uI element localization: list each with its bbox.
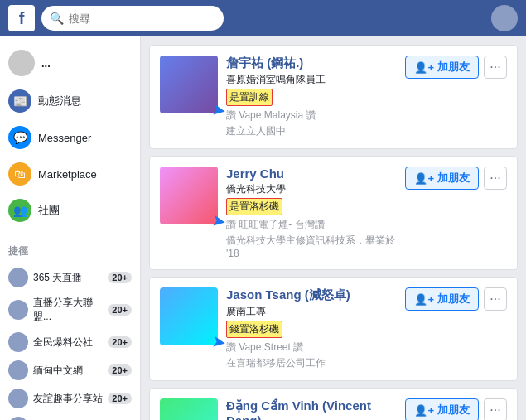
add-friend-button-p1[interactable]: 👤+ 加朋友 — [405, 56, 479, 79]
shortcut-badge-s2: 20+ — [108, 304, 132, 316]
sidebar-shortcut-s5[interactable]: 友誼趣事分享站 20+ — [0, 384, 140, 413]
messenger-icon: 💬 — [8, 126, 31, 149]
person-info-p1: 詹宇祐 (鋼祐.) 喜原婚消室鳴角隊員工 是置訓線 讚 Vape Malaysi… — [226, 56, 397, 138]
add-friend-icon-p4: 👤+ — [414, 404, 434, 417]
shortcut-badge-s3: 20+ — [108, 336, 132, 348]
sidebar-shortcut-s4[interactable]: 緬甸中文網 20+ — [0, 356, 140, 384]
add-friend-label-p3: 加朋友 — [437, 292, 470, 307]
shortcut-label-s5: 友誼趣事分享站 — [33, 392, 103, 406]
shortcut-badge-s4: 20+ — [108, 364, 132, 376]
add-friend-button-p3[interactable]: 👤+ 加朋友 — [405, 287, 479, 311]
sidebar-shortcut-s1[interactable]: 365 天直播 20+ — [0, 263, 140, 292]
profile-name: ... — [41, 57, 51, 70]
person-photo-p4 — [160, 398, 218, 420]
person-arrow-p2: ➤ — [210, 210, 228, 233]
sidebar-label-news-feed: 動態消息 — [38, 94, 81, 109]
person-info-p2: Jerry Chu 僑光科技大學 是置洛杉磯 讚 旺旺電子煙- 台灣讚 僑光科技… — [226, 167, 397, 259]
person-actions-p2: 👤+ 加朋友 ··· — [405, 167, 507, 190]
person-name-p2[interactable]: Jerry Chu — [226, 167, 397, 181]
sidebar-label-marketplace: Marketplace — [38, 168, 97, 181]
person-card-p1: ➤ 詹宇祐 (鋼祐.) 喜原婚消室鳴角隊員工 是置訓線 讚 Vape Malay… — [149, 45, 518, 149]
shortcut-label-s2: 直播分享大聯盟... — [33, 296, 108, 324]
person-name-p4[interactable]: Đặng Cẩm Vinh (Vincent Deng) — [226, 398, 397, 420]
person-highlight-p1: 是置訓線 — [226, 89, 273, 106]
shortcut-icon-s2 — [8, 300, 28, 320]
add-friend-label-p1: 加朋友 — [437, 60, 470, 75]
sidebar-shortcut-s2[interactable]: 直播分享大聯盟... 20+ — [0, 292, 140, 328]
person-card-p4: ➤ Đặng Cẩm Vinh (Vincent Deng) 主客卜網路電視擔任… — [149, 388, 518, 420]
sidebar-profile[interactable]: ... — [0, 43, 140, 83]
person-name-p3[interactable]: Jason Tsang (減怒卓) — [226, 287, 397, 303]
add-friend-button-p2[interactable]: 👤+ 加朋友 — [405, 167, 479, 190]
add-friend-label-p4: 加朋友 — [437, 403, 470, 418]
shortcut-badge-s5: 20+ — [108, 393, 132, 404]
social-icon: 👥 — [8, 199, 31, 222]
person-mutual-p2: 讚 旺旺電子煙- 台灣讚 — [226, 218, 397, 232]
shortcut-label-s3: 全民爆料公社 — [33, 336, 93, 350]
sidebar: ... 📰 動態消息 💬 Messenger 🛍 Marketplace 👥 社… — [0, 36, 141, 420]
user-avatar[interactable] — [491, 5, 518, 31]
shortcut-label-s4: 緬甸中文網 — [33, 364, 83, 378]
shortcut-badge-s1: 20+ — [108, 272, 132, 283]
search-bar[interactable]: 🔍 — [41, 6, 224, 31]
person-actions-p4: 👤+ 加朋友 ··· — [405, 398, 507, 420]
person-actions-p3: 👤+ 加朋友 ··· — [405, 287, 507, 311]
person-info-p4: Đặng Cẩm Vinh (Vincent Deng) 主客卜網路電視擔任 N… — [226, 398, 397, 420]
person-detail-p1: 喜原婚消室鳴角隊員工 — [226, 73, 397, 87]
person-arrow-p1: ➤ — [210, 99, 228, 122]
news-feed-icon: 📰 — [8, 89, 31, 113]
top-navigation: f 🔍 — [0, 0, 526, 36]
shortcuts-title: 捷徑 — [0, 239, 140, 263]
person-name-p1[interactable]: 詹宇祐 (鋼祐.) — [226, 56, 397, 71]
sidebar-label-social: 社團 — [38, 203, 60, 218]
sidebar-label-messenger: Messenger — [38, 132, 91, 144]
more-options-button-p2[interactable]: ··· — [484, 167, 507, 190]
shortcut-icon-s5 — [8, 389, 28, 408]
more-options-button-p3[interactable]: ··· — [484, 287, 507, 311]
person-mutual-p3: 讚 Vape Street 讚 — [226, 340, 397, 355]
shortcut-icon-s6 — [8, 417, 28, 420]
more-options-button-p1[interactable]: ··· — [484, 56, 507, 79]
person-mutual-p1: 讚 Vape Malaysia 讚 — [226, 109, 397, 123]
person-extra-p2: 僑光科技大學主修資訊科技系，畢業於 '18 — [226, 234, 397, 259]
sidebar-item-social[interactable]: 👥 社團 — [0, 192, 140, 229]
person-photo-p3 — [160, 287, 218, 345]
marketplace-icon: 🛍 — [8, 162, 31, 186]
add-friend-icon-p1: 👤+ — [414, 61, 434, 74]
profile-avatar — [8, 50, 35, 76]
person-highlight-p2: 是置洛杉磯 — [226, 198, 282, 215]
shortcut-label-s1: 365 天直播 — [33, 271, 82, 285]
add-friend-button-p4[interactable]: 👤+ 加朋友 — [405, 398, 479, 420]
add-friend-label-p2: 加朋友 — [437, 171, 470, 186]
sidebar-item-news-feed[interactable]: 📰 動態消息 — [0, 83, 140, 119]
sidebar-divider — [0, 234, 140, 234]
person-extra-p3: 在喜瑞都移居公司工作 — [226, 356, 397, 370]
person-detail-p2: 僑光科技大學 — [226, 182, 397, 196]
person-card-p3: ➤ Jason Tsang (減怒卓) 廣南工專 錢置洛杉磯 讚 Vape St… — [149, 277, 518, 381]
person-extra-p1: 建立立人國中 — [226, 124, 397, 138]
person-arrow-p3: ➤ — [210, 331, 228, 354]
shortcut-icon-s1 — [8, 268, 28, 287]
shortcut-icon-s4 — [8, 360, 28, 380]
sidebar-shortcut-s3[interactable]: 全民爆料公社 20+ — [0, 328, 140, 356]
person-card-p2: ➤ Jerry Chu 僑光科技大學 是置洛杉磯 讚 旺旺電子煙- 台灣讚 僑光… — [149, 156, 518, 270]
person-info-p3: Jason Tsang (減怒卓) 廣南工專 錢置洛杉磯 讚 Vape Stre… — [226, 287, 397, 370]
search-icon: 🔍 — [50, 12, 64, 25]
sidebar-shortcut-s6[interactable]: 快樂的踏友團 9 — [0, 413, 140, 420]
main-content: ➤ 詹宇祐 (鋼祐.) 喜原婚消室鳴角隊員工 是置訓線 讚 Vape Malay… — [141, 36, 526, 420]
search-input[interactable] — [69, 12, 215, 25]
person-highlight-p3: 錢置洛杉磯 — [226, 321, 282, 338]
shortcut-icon-s3 — [8, 332, 28, 352]
person-detail-p3: 廣南工專 — [226, 305, 397, 319]
person-photo-p2 — [160, 167, 218, 224]
facebook-logo: f — [8, 5, 35, 31]
main-layout: ... 📰 動態消息 💬 Messenger 🛍 Marketplace 👥 社… — [0, 36, 526, 420]
more-options-button-p4[interactable]: ··· — [484, 398, 507, 420]
person-actions-p1: 👤+ 加朋友 ··· — [405, 56, 507, 79]
sidebar-item-messenger[interactable]: 💬 Messenger — [0, 119, 140, 156]
add-friend-icon-p3: 👤+ — [414, 293, 434, 306]
add-friend-icon-p2: 👤+ — [414, 172, 434, 185]
person-photo-p1 — [160, 56, 218, 113]
sidebar-item-marketplace[interactable]: 🛍 Marketplace — [0, 156, 140, 192]
